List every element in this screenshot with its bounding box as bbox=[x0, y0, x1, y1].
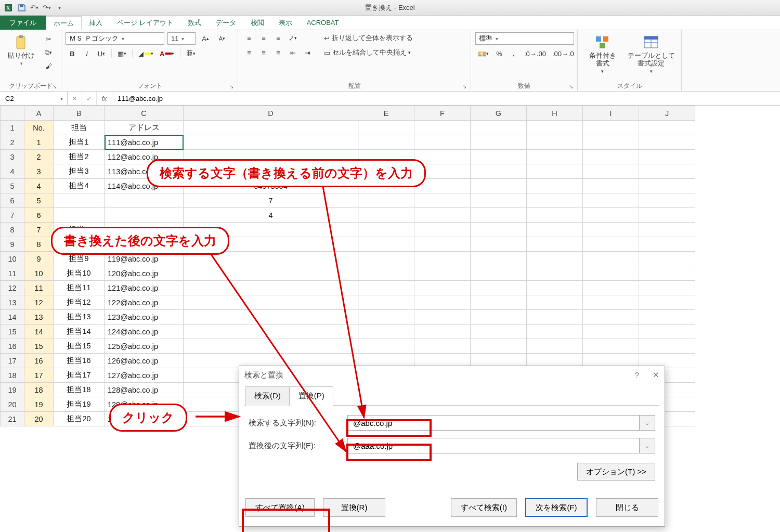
cell[interactable] bbox=[358, 208, 414, 223]
enter-button[interactable]: ✓ bbox=[82, 92, 97, 105]
cell[interactable]: 15 bbox=[24, 339, 54, 354]
alignment-launcher[interactable]: ↘ bbox=[461, 83, 467, 90]
font-family-combo[interactable]: ＭＳ Ｐゴシック▾ bbox=[66, 32, 164, 45]
cell[interactable]: 4 bbox=[24, 179, 54, 193]
cell[interactable] bbox=[471, 121, 527, 135]
cell[interactable] bbox=[184, 135, 358, 150]
cell[interactable] bbox=[471, 164, 527, 179]
cell[interactable] bbox=[358, 281, 414, 295]
cell[interactable]: 2 bbox=[24, 150, 54, 164]
replace-button[interactable]: 置換(R) bbox=[323, 498, 385, 517]
cell[interactable] bbox=[471, 266, 527, 281]
cell[interactable] bbox=[414, 121, 471, 135]
row-header[interactable]: 19 bbox=[1, 383, 24, 397]
tab-replace[interactable]: 置換(P) bbox=[290, 386, 333, 406]
cell[interactable] bbox=[184, 325, 358, 339]
shrink-font-button[interactable]: A▾ bbox=[215, 33, 229, 44]
cell[interactable] bbox=[471, 310, 527, 325]
row-header[interactable]: 7 bbox=[1, 208, 24, 223]
cell[interactable]: 担当16 bbox=[54, 354, 105, 368]
cell[interactable] bbox=[527, 135, 583, 150]
cell[interactable] bbox=[358, 135, 414, 150]
cut-button[interactable]: ✂ bbox=[42, 33, 55, 45]
cell[interactable] bbox=[414, 295, 471, 310]
tab-data[interactable]: データ bbox=[209, 16, 243, 30]
cell[interactable]: 担当20 bbox=[54, 412, 105, 426]
cancel-button[interactable]: ✕ bbox=[68, 92, 82, 105]
cell[interactable] bbox=[639, 295, 695, 310]
fill-color-button[interactable]: ◢▾ bbox=[136, 48, 156, 59]
cell[interactable] bbox=[639, 237, 695, 252]
accounting-button[interactable]: 💴▾ bbox=[475, 48, 491, 59]
cell[interactable]: 担当11 bbox=[54, 281, 105, 295]
cell[interactable]: 16 bbox=[24, 354, 54, 368]
cell[interactable]: 担当14 bbox=[54, 325, 105, 339]
find-what-input[interactable] bbox=[347, 415, 640, 431]
orientation-button[interactable]: ⤢▾ bbox=[286, 32, 300, 44]
cell[interactable] bbox=[471, 179, 527, 193]
format-as-table-button[interactable]: テーブルとして 書式設定▾ bbox=[626, 32, 677, 74]
cell[interactable] bbox=[527, 266, 583, 281]
cell[interactable] bbox=[358, 339, 414, 354]
cell[interactable]: 10 bbox=[24, 266, 54, 281]
bold-button[interactable]: B bbox=[66, 48, 79, 59]
worksheet[interactable]: ABCDEFGHIJ 1No.担当アドレス21担当1111@abc.co.jp3… bbox=[0, 106, 780, 532]
row-header[interactable]: 9 bbox=[1, 237, 24, 252]
cell[interactable] bbox=[414, 193, 471, 208]
undo-button[interactable]: ↶▾ bbox=[28, 2, 41, 14]
close-icon[interactable]: ✕ bbox=[653, 370, 659, 380]
cell[interactable] bbox=[639, 164, 695, 179]
cell[interactable] bbox=[471, 295, 527, 310]
cell[interactable] bbox=[358, 223, 414, 237]
cell[interactable]: 担当 bbox=[54, 121, 105, 135]
cell[interactable]: 9 bbox=[24, 252, 54, 266]
cell[interactable] bbox=[583, 339, 639, 354]
cell[interactable]: 121@abc.co.jp bbox=[105, 281, 184, 295]
align-top-button[interactable]: ≡ bbox=[242, 32, 256, 44]
number-format-combo[interactable]: 標準▾ bbox=[475, 32, 574, 45]
cell[interactable] bbox=[639, 135, 695, 150]
cell[interactable] bbox=[639, 223, 695, 237]
decrease-indent-button[interactable]: ⇤ bbox=[286, 47, 300, 58]
decrease-decimal-button[interactable]: .00→.0 bbox=[550, 48, 577, 59]
redo-button[interactable]: ↷▾ bbox=[41, 2, 53, 14]
cell[interactable] bbox=[583, 266, 639, 281]
cell[interactable] bbox=[414, 237, 471, 252]
comma-button[interactable]: , bbox=[507, 48, 521, 59]
cell[interactable] bbox=[184, 295, 358, 310]
cell[interactable] bbox=[583, 237, 639, 252]
col-header-G[interactable]: G bbox=[471, 106, 527, 121]
cell[interactable] bbox=[527, 310, 583, 325]
cell[interactable]: 8 bbox=[24, 237, 54, 252]
cell[interactable] bbox=[639, 193, 695, 208]
align-left-button[interactable]: ≡ bbox=[242, 47, 256, 58]
row-header[interactable]: 13 bbox=[1, 295, 24, 310]
cell[interactable]: 4 bbox=[184, 208, 358, 223]
row-header[interactable]: 12 bbox=[1, 281, 24, 295]
cell[interactable]: アドレス bbox=[105, 121, 184, 135]
cell[interactable]: 担当3 bbox=[54, 164, 105, 179]
cell[interactable] bbox=[639, 281, 695, 295]
cell[interactable] bbox=[583, 179, 639, 193]
row-header[interactable]: 6 bbox=[1, 193, 24, 208]
conditional-formatting-button[interactable]: 条件付き 書式▾ bbox=[582, 32, 623, 74]
cell[interactable] bbox=[639, 310, 695, 325]
cell[interactable] bbox=[471, 339, 527, 354]
cell[interactable] bbox=[184, 310, 358, 325]
font-launcher[interactable]: ↘ bbox=[228, 83, 235, 90]
cell[interactable]: 6 bbox=[24, 208, 54, 223]
cell[interactable]: 17 bbox=[24, 368, 54, 383]
tab-formulas[interactable]: 数式 bbox=[180, 16, 209, 30]
cell[interactable]: 担当4 bbox=[54, 179, 105, 193]
tab-acrobat[interactable]: ACROBAT bbox=[300, 16, 346, 30]
tab-find[interactable]: 検索(D) bbox=[245, 386, 290, 406]
cell[interactable]: 担当1 bbox=[54, 135, 105, 150]
cell[interactable]: 担当10 bbox=[54, 266, 105, 281]
cell[interactable] bbox=[358, 121, 414, 135]
fx-button[interactable]: fx bbox=[97, 92, 112, 105]
grow-font-button[interactable]: A▴ bbox=[199, 33, 212, 44]
col-header-B[interactable]: B bbox=[54, 106, 105, 121]
row-header[interactable]: 2 bbox=[1, 135, 24, 150]
cell[interactable] bbox=[471, 208, 527, 223]
cell[interactable] bbox=[184, 281, 358, 295]
